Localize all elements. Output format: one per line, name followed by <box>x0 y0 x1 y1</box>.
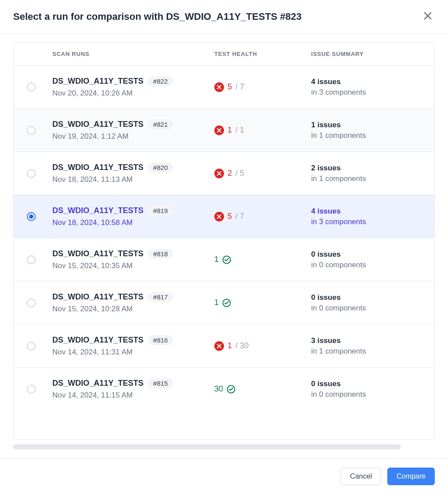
run-date: Nov 14, 2024, 11:31 AM <box>52 348 214 357</box>
pass-icon <box>222 299 231 307</box>
run-number-badge: #818 <box>148 249 173 259</box>
test-health: 1 <box>214 255 311 264</box>
issues-count: 4 issues <box>311 77 421 86</box>
table-row[interactable]: DS_WDIO_A11Y_TESTS#815Nov 14, 2024, 11:1… <box>14 368 434 410</box>
fail-icon <box>214 212 224 221</box>
pass-icon <box>227 385 235 394</box>
test-health: 1/ 30 <box>214 341 311 351</box>
fail-icon <box>214 341 224 351</box>
pass-count: 1 <box>214 255 219 264</box>
run-date: Nov 18, 2024, 11:13 AM <box>52 175 214 184</box>
total-count: / 7 <box>235 212 244 221</box>
table-row[interactable]: DS_WDIO_A11Y_TESTS#820Nov 18, 2024, 11:1… <box>14 152 434 195</box>
run-number-badge: #815 <box>148 378 173 388</box>
table-row[interactable]: DS_WDIO_A11Y_TESTS#818Nov 15, 2024, 10:3… <box>14 238 434 281</box>
run-name: DS_WDIO_A11Y_TESTS <box>52 77 143 86</box>
fail-count: 5 <box>228 212 232 221</box>
run-number-badge: #817 <box>148 292 173 302</box>
run-date: Nov 14, 2024, 11:15 AM <box>52 391 214 400</box>
run-date: Nov 20, 2024, 10:26 AM <box>52 89 214 98</box>
components-count: in 1 components <box>311 131 421 140</box>
table-row[interactable]: DS_WDIO_A11Y_TESTS#821Nov 19, 2024, 1:12… <box>14 109 434 152</box>
cancel-button[interactable]: Cancel <box>341 468 381 485</box>
run-name: DS_WDIO_A11Y_TESTS <box>52 249 143 258</box>
run-number-badge: #819 <box>148 206 173 216</box>
test-health: 2/ 5 <box>214 169 311 178</box>
horizontal-scrollbar[interactable] <box>13 444 401 450</box>
test-health: 1/ 1 <box>214 125 311 135</box>
run-number-badge: #820 <box>148 162 173 173</box>
compare-button[interactable]: Compare <box>387 468 435 485</box>
fail-icon <box>214 125 224 135</box>
components-count: in 0 components <box>311 390 421 399</box>
run-date: Nov 18, 2024, 10:58 AM <box>52 218 214 227</box>
issues-count: 1 issues <box>311 121 421 129</box>
close-button[interactable] <box>421 9 435 24</box>
total-count: / 1 <box>235 125 244 135</box>
issues-count: 0 issues <box>311 250 421 259</box>
run-name: DS_WDIO_A11Y_TESTS <box>52 292 143 302</box>
pass-count: 30 <box>214 384 223 394</box>
table-row[interactable]: DS_WDIO_A11Y_TESTS#817Nov 15, 2024, 10:2… <box>14 281 434 324</box>
run-radio[interactable] <box>27 212 36 221</box>
fail-count: 2 <box>228 169 232 178</box>
run-radio[interactable] <box>27 83 36 92</box>
total-count: / 5 <box>235 169 244 178</box>
run-radio[interactable] <box>27 342 36 350</box>
issues-count: 0 issues <box>311 293 421 302</box>
run-number-badge: #821 <box>148 119 173 129</box>
run-radio[interactable] <box>27 126 36 135</box>
run-radio[interactable] <box>27 385 36 394</box>
components-count: in 0 components <box>311 261 421 269</box>
fail-count: 1 <box>228 125 232 135</box>
run-date: Nov 15, 2024, 10:28 AM <box>52 305 214 313</box>
dialog-footer: Cancel Compare <box>0 458 448 494</box>
issues-count: 0 issues <box>311 380 421 388</box>
issues-count: 3 issues <box>311 336 421 345</box>
run-radio[interactable] <box>27 169 36 178</box>
runs-table[interactable]: SCAN RUNS TEST HEALTH ISSUE SUMMARY DS_W… <box>13 42 435 440</box>
run-radio[interactable] <box>27 255 36 264</box>
total-count: / 30 <box>235 341 249 350</box>
run-name: DS_WDIO_A11Y_TESTS <box>52 379 143 388</box>
close-icon <box>422 16 433 22</box>
dialog-header: Select a run for comparison with DS_WDIO… <box>0 0 448 33</box>
pass-count: 1 <box>214 298 219 307</box>
fail-icon <box>214 82 224 92</box>
dialog-content: SCAN RUNS TEST HEALTH ISSUE SUMMARY DS_W… <box>0 33 448 458</box>
run-name: DS_WDIO_A11Y_TESTS <box>52 163 143 172</box>
run-name: DS_WDIO_A11Y_TESTS <box>52 206 143 215</box>
table-row[interactable]: DS_WDIO_A11Y_TESTS#822Nov 20, 2024, 10:2… <box>14 66 434 109</box>
test-health: 5/ 7 <box>214 212 311 221</box>
column-issue-summary: ISSUE SUMMARY <box>311 51 421 57</box>
run-date: Nov 15, 2024, 10:35 AM <box>52 262 214 270</box>
column-test-health: TEST HEALTH <box>214 51 311 57</box>
components-count: in 1 components <box>311 347 421 356</box>
dialog-title: Select a run for comparison with DS_WDIO… <box>13 11 301 22</box>
run-radio[interactable] <box>27 299 36 307</box>
components-count: in 1 components <box>311 174 421 183</box>
issues-count: 4 issues <box>311 207 421 216</box>
run-name: DS_WDIO_A11Y_TESTS <box>52 335 143 345</box>
fail-count: 5 <box>228 82 232 92</box>
run-date: Nov 19, 2024, 1:12 AM <box>52 132 214 141</box>
test-health: 5/ 7 <box>214 82 311 92</box>
total-count: / 7 <box>235 82 244 92</box>
fail-count: 1 <box>228 341 232 350</box>
table-row[interactable]: DS_WDIO_A11Y_TESTS#819Nov 18, 2024, 10:5… <box>14 195 434 238</box>
table-row[interactable]: DS_WDIO_A11Y_TESTS#816Nov 14, 2024, 11:3… <box>14 324 434 368</box>
issues-count: 2 issues <box>311 164 421 173</box>
run-name: DS_WDIO_A11Y_TESTS <box>52 120 143 129</box>
run-number-badge: #822 <box>148 76 173 86</box>
components-count: in 0 components <box>311 304 421 313</box>
run-number-badge: #816 <box>148 335 173 345</box>
table-header: SCAN RUNS TEST HEALTH ISSUE SUMMARY <box>14 43 434 66</box>
components-count: in 3 components <box>311 218 421 226</box>
test-health: 30 <box>214 384 311 394</box>
components-count: in 3 components <box>311 88 421 97</box>
fail-icon <box>214 169 224 178</box>
pass-icon <box>222 255 231 264</box>
test-health: 1 <box>214 298 311 307</box>
column-scan-runs: SCAN RUNS <box>52 51 214 57</box>
